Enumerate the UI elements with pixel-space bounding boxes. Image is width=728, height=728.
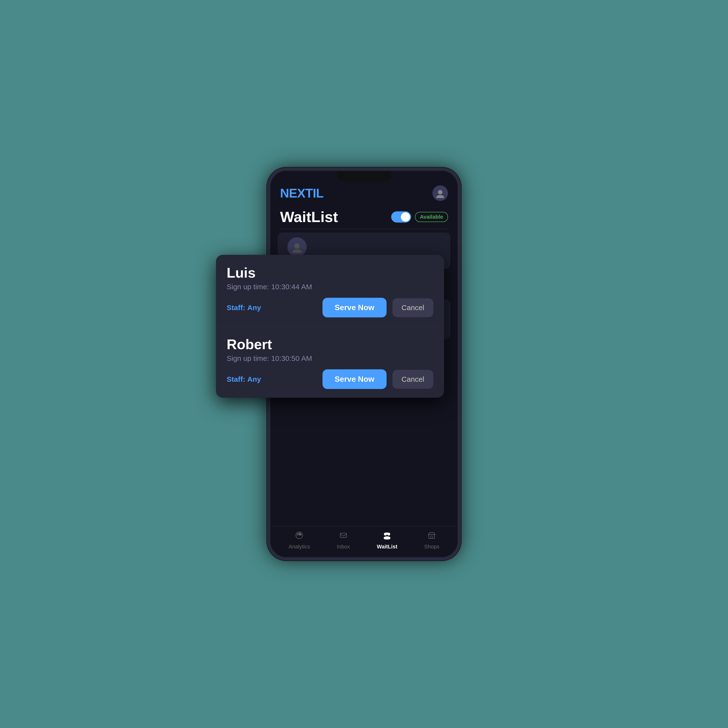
inbox-icon <box>339 531 347 541</box>
nav-inbox[interactable]: Inbox <box>337 531 350 550</box>
phone-wrapper: NEXTIL WaitList Available <box>255 143 473 585</box>
status-badge: Available <box>415 212 448 222</box>
luis-serve-now-button[interactable]: Serve Now <box>323 298 387 317</box>
luis-actions: Staff: Any Serve Now Cancel <box>226 298 433 317</box>
page-title: WaitList <box>280 208 338 225</box>
waitlist-label: WaitList <box>377 544 398 550</box>
user-avatar-header[interactable] <box>433 185 448 201</box>
notch <box>337 171 391 182</box>
shops-label: Shops <box>424 544 439 550</box>
robert-cancel-button[interactable]: Cancel <box>392 370 433 389</box>
availability-toggle[interactable] <box>391 211 411 223</box>
svg-point-0 <box>438 190 442 194</box>
app-logo: NEXTIL <box>280 186 323 200</box>
robert-card: Robert Sign up time: 10:30:50 AM Staff: … <box>216 326 444 398</box>
robert-serve-now-button[interactable]: Serve Now <box>323 369 387 389</box>
toggle-knob <box>401 213 410 222</box>
robert-staff-value: Any <box>247 375 261 383</box>
svg-point-3 <box>292 249 302 253</box>
logo-main: NEXT <box>280 186 313 200</box>
floating-cards-overlay: Luis Sign up time: 10:30:44 AM Staff: An… <box>216 255 444 398</box>
luis-cancel-button[interactable]: Cancel <box>392 298 433 317</box>
svg-rect-5 <box>340 533 347 537</box>
robert-actions: Staff: Any Serve Now Cancel <box>226 369 433 389</box>
shops-icon <box>428 531 436 541</box>
svg-rect-11 <box>431 536 433 538</box>
nav-analytics[interactable]: Analytics <box>289 531 310 550</box>
waitlist-icon <box>382 531 392 541</box>
inbox-label: Inbox <box>337 544 350 550</box>
robert-name: Robert <box>226 336 433 352</box>
bottom-navigation: Analytics Inbox <box>270 526 458 557</box>
raul-avatar <box>287 237 307 257</box>
luis-name: Luis <box>226 265 433 281</box>
analytics-icon <box>295 531 303 541</box>
logo-accent: IL <box>313 186 323 200</box>
luis-staff-value: Any <box>247 304 261 312</box>
nav-shops[interactable]: Shops <box>424 531 439 550</box>
luis-signup-time: Sign up time: 10:30:44 AM <box>226 283 433 291</box>
svg-point-8 <box>386 532 388 535</box>
luis-card: Luis Sign up time: 10:30:44 AM Staff: An… <box>216 255 444 326</box>
divider <box>280 229 448 229</box>
title-row: WaitList Available <box>270 206 458 228</box>
robert-staff-label: Staff: Any <box>226 375 261 384</box>
svg-point-1 <box>436 195 444 198</box>
svg-point-2 <box>294 243 300 249</box>
title-controls: Available <box>391 211 448 223</box>
svg-rect-10 <box>429 535 434 538</box>
analytics-label: Analytics <box>289 544 310 550</box>
luis-staff-label: Staff: Any <box>226 304 261 312</box>
robert-signup-time: Sign up time: 10:30:50 AM <box>226 354 433 362</box>
nav-waitlist[interactable]: WaitList <box>377 531 398 550</box>
svg-point-9 <box>384 536 390 540</box>
